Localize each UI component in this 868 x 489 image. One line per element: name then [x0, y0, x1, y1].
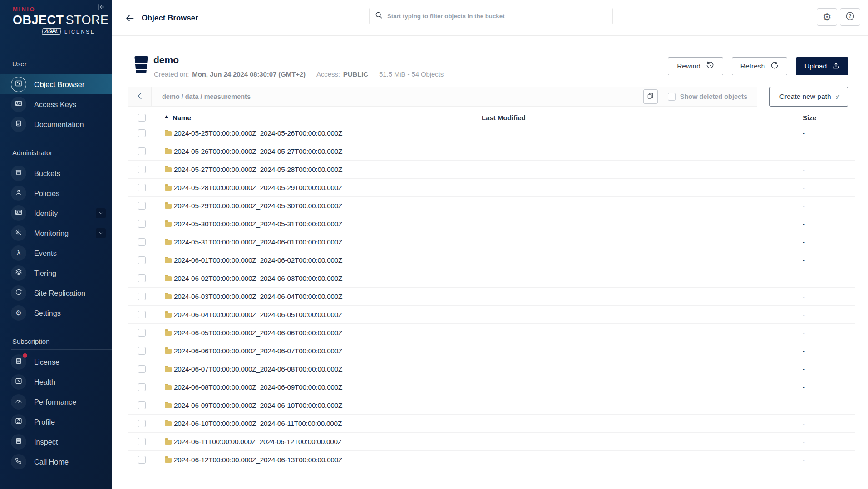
sidebar-item-health[interactable]: Health	[0, 372, 112, 392]
sidebar-item-identity[interactable]: Identity	[0, 203, 112, 223]
sidebar-item-inspect[interactable]: Inspect	[0, 432, 112, 452]
copy-path-button[interactable]	[643, 89, 658, 104]
table-row[interactable]: 2024-05-30T00:00:00.000Z_2024-05-31T00:0…	[128, 215, 855, 233]
table-row[interactable]: 2024-06-03T00:00:00.000Z_2024-06-04T00:0…	[128, 288, 855, 306]
row-checkbox[interactable]	[138, 456, 146, 464]
events-icon: λ	[11, 245, 26, 261]
table-row[interactable]: 2024-05-28T00:00:00.000Z_2024-05-29T00:0…	[128, 179, 855, 197]
table-row[interactable]: 2024-06-08T00:00:00.000Z_2024-06-09T00:0…	[128, 378, 855, 396]
rewind-button[interactable]: Rewind	[668, 57, 723, 75]
table-row[interactable]: 2024-05-29T00:00:00.000Z_2024-05-30T00:0…	[128, 197, 855, 215]
refresh-button[interactable]: Refresh	[732, 57, 787, 75]
table-row[interactable]: 2024-06-11T00:00:00.000Z_2024-06-12T00:0…	[128, 433, 855, 451]
sidebar-item-call-home[interactable]: Call Home	[0, 452, 112, 472]
row-checkbox[interactable]	[138, 184, 146, 191]
table-row[interactable]: 2024-06-10T00:00:00.000Z_2024-06-11T00:0…	[128, 415, 855, 433]
object-name[interactable]: 2024-06-04T00:00:00.000Z_2024-06-05T00:0…	[174, 311, 342, 319]
object-name[interactable]: 2024-06-11T00:00:00.000Z_2024-06-12T00:0…	[174, 438, 342, 446]
row-checkbox[interactable]	[138, 347, 146, 355]
collapse-sidebar-icon[interactable]	[97, 3, 106, 11]
help-button[interactable]: ?	[840, 8, 860, 26]
row-checkbox[interactable]	[138, 311, 146, 318]
sidebar-item-policies[interactable]: Policies	[0, 183, 112, 203]
object-name[interactable]: 2024-06-12T00:00:00.000Z_2024-06-13T00:0…	[174, 456, 342, 464]
sidebar-item-performance[interactable]: Performance	[0, 392, 112, 412]
table-row[interactable]: 2024-06-07T00:00:00.000Z_2024-06-08T00:0…	[128, 360, 855, 378]
object-size: -	[800, 438, 855, 445]
object-name[interactable]: 2024-06-06T00:00:00.000Z_2024-06-07T00:0…	[174, 347, 342, 355]
table-row[interactable]: 2024-06-09T00:00:00.000Z_2024-06-10T00:0…	[128, 396, 855, 415]
row-checkbox[interactable]	[138, 256, 146, 264]
object-name[interactable]: 2024-06-02T00:00:00.000Z_2024-06-03T00:0…	[174, 274, 342, 283]
object-name[interactable]: 2024-05-26T00:00:00.000Z_2024-05-27T00:0…	[174, 147, 342, 156]
search-input[interactable]	[387, 13, 607, 20]
object-name[interactable]: 2024-05-29T00:00:00.000Z_2024-05-30T00:0…	[174, 202, 342, 210]
table-row[interactable]: 2024-06-02T00:00:00.000Z_2024-06-03T00:0…	[128, 269, 855, 288]
object-name[interactable]: 2024-06-05T00:00:00.000Z_2024-06-06T00:0…	[174, 329, 342, 337]
object-name[interactable]: 2024-06-08T00:00:00.000Z_2024-06-09T00:0…	[174, 383, 342, 391]
table-row[interactable]: 2024-05-25T00:00:00.000Z_2024-05-26T00:0…	[128, 124, 855, 142]
size-column-header[interactable]: Size	[800, 114, 855, 122]
row-checkbox[interactable]	[138, 220, 146, 228]
object-name[interactable]: 2024-05-25T00:00:00.000Z_2024-05-26T00:0…	[174, 129, 342, 137]
table-row[interactable]: 2024-06-05T00:00:00.000Z_2024-06-06T00:0…	[128, 324, 855, 342]
row-checkbox[interactable]	[138, 383, 146, 391]
table-row[interactable]: 2024-06-01T00:00:00.000Z_2024-06-02T00:0…	[128, 251, 855, 269]
row-checkbox[interactable]	[138, 147, 146, 155]
row-checkbox[interactable]	[138, 274, 146, 282]
table-row[interactable]: 2024-06-12T00:00:00.000Z_2024-06-13T00:0…	[128, 451, 855, 467]
path-back-button[interactable]	[128, 87, 152, 106]
show-deleted-checkbox[interactable]	[668, 93, 676, 101]
object-name[interactable]: 2024-06-09T00:00:00.000Z_2024-06-10T00:0…	[174, 401, 342, 410]
row-checkbox[interactable]	[138, 401, 146, 409]
sidebar-item-profile[interactable]: Profile	[0, 412, 112, 432]
search-box[interactable]	[369, 8, 613, 24]
upload-button[interactable]: Upload	[796, 57, 848, 75]
select-all-checkbox[interactable]	[138, 114, 146, 122]
sidebar-item-events[interactable]: λ Events	[0, 243, 112, 263]
row-checkbox[interactable]	[138, 202, 146, 210]
sidebar-item-tiering[interactable]: Tiering	[0, 263, 112, 283]
object-name[interactable]: 2024-05-30T00:00:00.000Z_2024-05-31T00:0…	[174, 220, 342, 228]
last-modified-column-header[interactable]: Last Modified	[482, 114, 800, 122]
object-name[interactable]: 2024-06-03T00:00:00.000Z_2024-06-04T00:0…	[174, 293, 342, 301]
settings-button[interactable]: ⚙	[817, 8, 837, 26]
row-checkbox[interactable]	[138, 438, 146, 445]
bucket-meta: Created on: Mon, Jun 24 2024 08:30:07 (G…	[154, 70, 444, 78]
call-home-icon	[11, 454, 26, 469]
row-checkbox[interactable]	[138, 238, 146, 246]
sidebar-item-access-keys[interactable]: Access Keys	[0, 94, 112, 114]
object-name[interactable]: 2024-05-31T00:00:00.000Z_2024-06-01T00:0…	[174, 238, 342, 246]
name-column-header[interactable]: ▲ Name	[165, 114, 482, 122]
row-checkbox[interactable]	[138, 420, 146, 427]
sidebar-item-settings[interactable]: ⚙ Settings	[0, 303, 112, 323]
table-row[interactable]: 2024-06-06T00:00:00.000Z_2024-06-07T00:0…	[128, 342, 855, 360]
row-checkbox[interactable]	[138, 129, 146, 137]
table-row[interactable]: 2024-05-27T00:00:00.000Z_2024-05-28T00:0…	[128, 161, 855, 179]
object-name[interactable]: 2024-06-10T00:00:00.000Z_2024-06-11T00:0…	[174, 420, 342, 428]
sidebar-item-license[interactable]: License	[0, 352, 112, 372]
sidebar-item-object-browser[interactable]: Object Browser	[0, 74, 112, 94]
breadcrumb[interactable]: demo / data / measurements	[152, 93, 643, 100]
sort-ascending-icon[interactable]: ▲	[165, 114, 168, 119]
object-name[interactable]: 2024-05-28T00:00:00.000Z_2024-05-29T00:0…	[174, 184, 342, 192]
object-name[interactable]: 2024-05-27T00:00:00.000Z_2024-05-28T00:0…	[174, 166, 342, 174]
object-name[interactable]: 2024-06-01T00:00:00.000Z_2024-06-02T00:0…	[174, 256, 342, 264]
row-checkbox[interactable]	[138, 329, 146, 337]
sidebar-item-monitoring[interactable]: Monitoring	[0, 223, 112, 243]
sidebar-item-buckets[interactable]: Buckets	[0, 163, 112, 183]
table-row[interactable]: 2024-05-26T00:00:00.000Z_2024-05-27T00:0…	[128, 142, 855, 161]
table-row[interactable]: 2024-06-04T00:00:00.000Z_2024-06-05T00:0…	[128, 306, 855, 324]
table-row[interactable]: 2024-05-31T00:00:00.000Z_2024-06-01T00:0…	[128, 233, 855, 251]
sidebar-item-site-replication[interactable]: Site Replication	[0, 283, 112, 303]
sidebar-item-documentation[interactable]: Documentation	[0, 114, 112, 134]
object-size: -	[800, 383, 855, 391]
chevron-down-icon[interactable]	[96, 228, 106, 238]
object-name[interactable]: 2024-06-07T00:00:00.000Z_2024-06-08T00:0…	[174, 365, 342, 373]
row-checkbox[interactable]	[138, 365, 146, 373]
row-checkbox[interactable]	[138, 166, 146, 173]
create-new-path-button[interactable]: Create new path :∕∕	[769, 87, 848, 107]
back-arrow-icon[interactable]	[125, 14, 134, 23]
chevron-down-icon[interactable]	[96, 208, 106, 218]
row-checkbox[interactable]	[138, 293, 146, 300]
